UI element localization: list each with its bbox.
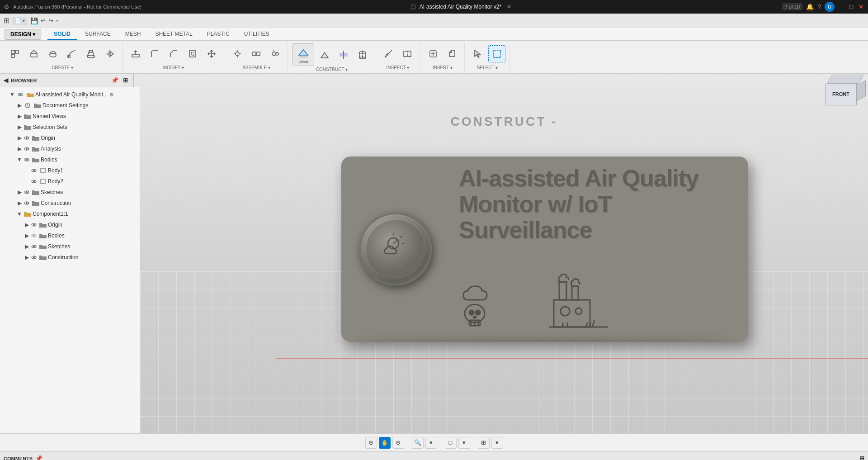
bodies-eye-icon[interactable]	[24, 156, 30, 163]
c1-origin-eye-icon[interactable]	[31, 222, 37, 228]
zoom-btn[interactable]: 🔍	[412, 437, 424, 449]
tree-item-component1[interactable]: ▼ Component1:1	[0, 209, 140, 219]
modify-label[interactable]: MODIFY ▾	[163, 65, 184, 70]
select-btn[interactable]	[469, 45, 486, 62]
comments-expand-icon[interactable]: ⊞	[859, 455, 864, 460]
sidebar-resize-handle[interactable]	[133, 74, 136, 87]
tree-item-doc-settings[interactable]: ▶ Document Settings	[0, 100, 140, 111]
measure-btn[interactable]	[380, 45, 397, 62]
tree-item-selection-sets[interactable]: ▶ Selection Sets	[0, 122, 140, 133]
tree-item-body2[interactable]: Body2	[0, 176, 140, 187]
inspect-label[interactable]: INSPECT ▾	[387, 65, 410, 70]
c1-construction-arrow[interactable]: ▶	[24, 254, 30, 261]
assemble-label[interactable]: ASSEMBLE ▾	[242, 65, 270, 70]
new-component-btn[interactable]	[6, 45, 24, 62]
browser-pin-icon[interactable]: 📌	[111, 77, 118, 84]
joint-btn[interactable]	[229, 45, 246, 62]
redo-btn[interactable]: ↪	[48, 17, 53, 24]
tree-item-origin[interactable]: ▶ Origin	[0, 133, 140, 143]
construct-label[interactable]: CONSTRUCT ▾	[316, 67, 348, 72]
root-settings-icon[interactable]: ⚙	[109, 92, 114, 98]
create-label[interactable]: CREATE ▾	[52, 65, 73, 70]
tree-item-analysis[interactable]: ▶ Analysis	[0, 143, 140, 154]
tab-plastic[interactable]: PLASTIC	[201, 29, 236, 40]
zoom-dropdown-btn[interactable]: ▾	[425, 437, 437, 449]
move-btn[interactable]	[203, 45, 220, 62]
browser-expand-icon[interactable]: ⊞	[123, 77, 128, 84]
axis-btn[interactable]	[354, 46, 371, 63]
c1-sketches-arrow[interactable]: ▶	[24, 243, 30, 250]
origin-eye-icon[interactable]	[24, 135, 30, 141]
press-pull-btn[interactable]	[127, 45, 144, 62]
save-btn[interactable]: 💾	[30, 17, 38, 24]
zoom-fit-btn[interactable]: ⊕	[392, 437, 404, 449]
rigid-group-btn[interactable]	[248, 45, 265, 62]
tree-item-sketches[interactable]: ▶ Sketches	[0, 187, 140, 198]
named-views-arrow[interactable]: ▶	[16, 113, 23, 119]
nav-cube-top[interactable]	[827, 75, 864, 84]
construction-arrow[interactable]: ▶	[16, 200, 23, 206]
insert-mcmaster-btn[interactable]	[425, 45, 442, 62]
shell-btn[interactable]	[184, 45, 201, 62]
doc-settings-arrow[interactable]: ▶	[16, 102, 23, 109]
tree-root[interactable]: ▼ AI-assisted Air Quality Monit... ⚙	[0, 89, 140, 100]
mirror-btn[interactable]	[101, 45, 118, 62]
undo-btn[interactable]: ↩	[41, 17, 46, 24]
fillet-btn[interactable]	[146, 45, 163, 62]
tree-item-c1-sketches[interactable]: ▶ Sketches	[0, 241, 140, 252]
analysis-arrow[interactable]: ▶	[16, 146, 23, 152]
c1-bodies-arrow[interactable]: ▶	[24, 232, 30, 239]
revolve-btn[interactable]	[44, 45, 61, 62]
c1-sketches-eye-icon[interactable]	[31, 243, 37, 250]
chamfer-btn[interactable]	[165, 45, 182, 62]
tree-item-c1-origin[interactable]: ▶ Origin	[0, 219, 140, 230]
loft-btn[interactable]	[82, 45, 99, 62]
apps-icon[interactable]: ⊞	[4, 16, 9, 25]
c1-origin-arrow[interactable]: ▶	[24, 222, 30, 228]
window-select-btn[interactable]	[488, 45, 505, 62]
nav-cube-front[interactable]: FRONT	[825, 83, 857, 105]
display-settings-btn[interactable]: □	[445, 437, 457, 449]
root-collapse-arrow[interactable]: ▼	[9, 91, 15, 98]
sweep-btn[interactable]	[63, 45, 80, 62]
help-icon[interactable]: ?	[817, 3, 821, 10]
c1-construction-eye-icon[interactable]	[31, 254, 37, 261]
display-dropdown-btn[interactable]: ▾	[458, 437, 470, 449]
offset-plane-btn[interactable]: Offset	[292, 43, 314, 66]
tree-item-construction[interactable]: ▶ Construction	[0, 198, 140, 209]
nav-cube[interactable]: FRONT	[823, 83, 859, 119]
insert-label[interactable]: INSERT ▾	[433, 65, 453, 70]
grid-settings-btn[interactable]: ⊞	[478, 437, 490, 449]
analysis-eye-icon[interactable]	[24, 146, 30, 152]
maximize-button[interactable]: □	[848, 4, 854, 10]
grid-dropdown-btn[interactable]: ▾	[491, 437, 503, 449]
angle-plane-btn[interactable]	[316, 46, 333, 63]
tree-item-bodies[interactable]: ▼ Bodies	[0, 154, 140, 165]
bodies-arrow[interactable]: ▼	[16, 156, 23, 163]
comments-pin-icon[interactable]: 📌	[35, 455, 42, 460]
minimize-button[interactable]: ─	[838, 4, 844, 10]
root-visibility-icon[interactable]	[17, 91, 24, 98]
insert-svg-btn[interactable]	[443, 45, 461, 62]
extrude-btn[interactable]	[25, 45, 42, 62]
tree-item-c1-construction[interactable]: ▶ Construction	[0, 252, 140, 263]
orbit-btn[interactable]: ⊕	[365, 437, 377, 449]
body1-eye-icon[interactable]	[31, 167, 37, 174]
body2-eye-icon[interactable]	[31, 178, 37, 185]
close-button[interactable]: ✕	[858, 4, 864, 10]
c1-bodies-eye-icon[interactable]	[31, 232, 37, 239]
component1-arrow[interactable]: ▼	[16, 211, 23, 217]
sketches-eye-icon[interactable]	[24, 189, 30, 195]
tab-mesh[interactable]: MESH	[119, 29, 147, 40]
sketches-arrow[interactable]: ▶	[16, 189, 23, 195]
close-tab-button[interactable]: ✕	[505, 3, 513, 11]
midplane-btn[interactable]	[335, 46, 352, 63]
tree-item-body1[interactable]: Body1	[0, 165, 140, 176]
viewport[interactable]: FRONT	[140, 74, 868, 433]
tab-sheet-metal[interactable]: SHEET METAL	[149, 29, 198, 40]
origin-arrow[interactable]: ▶	[16, 135, 23, 141]
back-icon[interactable]: ◀	[4, 77, 8, 84]
section-analysis-btn[interactable]	[399, 45, 416, 62]
home-menu[interactable]: 📄 ▾	[12, 17, 28, 25]
tab-utilities[interactable]: UTILITIES	[238, 29, 276, 40]
